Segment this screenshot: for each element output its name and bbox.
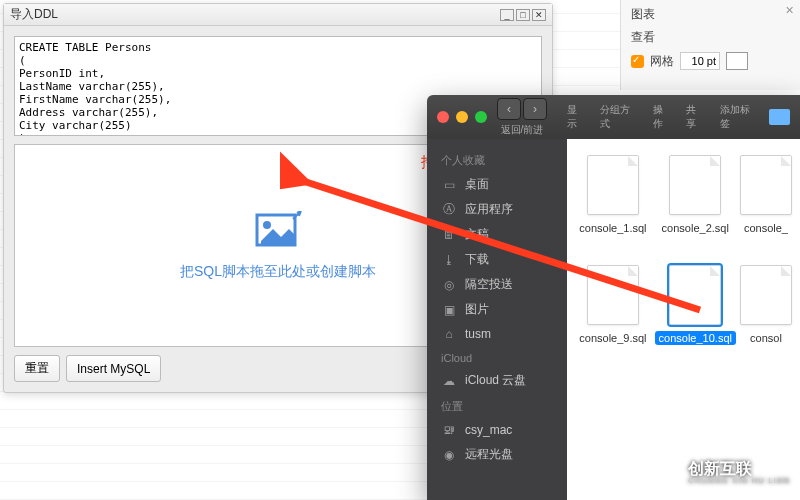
file-item[interactable]: console_2.sql xyxy=(655,155,736,255)
file-icon xyxy=(587,155,639,215)
file-item[interactable]: console_9.sql xyxy=(575,265,650,365)
sidebar-item-desktop[interactable]: ▭桌面 xyxy=(427,172,567,197)
toolbar-view[interactable]: 显示 xyxy=(567,103,586,131)
sidebar-item-label: 应用程序 xyxy=(465,201,513,218)
file-icon xyxy=(740,265,792,325)
dialog-titlebar: 导入DDL _ □ ✕ xyxy=(4,4,552,26)
sidebar-item-label: 远程光盘 xyxy=(465,446,513,463)
dialog-title: 导入DDL xyxy=(10,6,500,23)
close-icon[interactable]: ✕ xyxy=(532,9,546,21)
airdrop-icon: ◎ xyxy=(441,277,457,293)
file-icon xyxy=(740,155,792,215)
grid-size-input[interactable] xyxy=(680,52,720,70)
grid-color-swatch[interactable] xyxy=(726,52,748,70)
watermark-cn: 创新互联 xyxy=(688,460,790,478)
sidebar-item-label: csy_mac xyxy=(465,423,512,437)
maximize-icon[interactable]: □ xyxy=(516,9,530,21)
finder-toolbar: ‹ › 返回/前进 显示 分组方式 操作 共享 添加标签 xyxy=(427,95,800,139)
file-label: console_9.sql xyxy=(575,331,650,345)
sidebar-item-downloads[interactable]: ⭳下载 xyxy=(427,247,567,272)
close-icon[interactable]: ✕ xyxy=(785,4,794,17)
grid-label: 网格 xyxy=(650,53,674,70)
sidebar-item-airdrop[interactable]: ◎隔空投送 xyxy=(427,272,567,297)
home-icon: ⌂ xyxy=(441,326,457,342)
finder-sidebar: 个人收藏 ▭桌面 Ⓐ应用程序 🗎文稿 ⭳下载 ◎隔空投送 ▣图片 ⌂tusm i… xyxy=(427,139,567,500)
insert-mysql-button[interactable]: Insert MySQL xyxy=(66,355,161,382)
documents-icon: 🗎 xyxy=(441,227,457,243)
sidebar-item-documents[interactable]: 🗎文稿 xyxy=(427,222,567,247)
disc-icon: ◉ xyxy=(441,447,457,463)
sidebar-item-label: 图片 xyxy=(465,301,489,318)
file-item-selected[interactable]: console_10.sql xyxy=(655,265,736,365)
minimize-icon[interactable]: _ xyxy=(500,9,514,21)
inspector-panel: ✕ 图表 查看 网格 xyxy=(620,0,800,90)
sidebar-item-pictures[interactable]: ▣图片 xyxy=(427,297,567,322)
file-item[interactable]: consol xyxy=(740,265,792,365)
close-traffic-icon[interactable] xyxy=(437,111,449,123)
sidebar-header-favorites: 个人收藏 xyxy=(427,147,567,172)
sidebar-header-icloud: iCloud xyxy=(427,346,567,368)
file-icon xyxy=(669,265,721,325)
sidebar-item-applications[interactable]: Ⓐ应用程序 xyxy=(427,197,567,222)
file-label: console_10.sql xyxy=(655,331,736,345)
sidebar-header-locations: 位置 xyxy=(427,393,567,418)
file-icon xyxy=(587,265,639,325)
file-label: console_2.sql xyxy=(658,221,733,235)
sidebar-item-computer[interactable]: 🖳csy_mac xyxy=(427,418,567,442)
finder-window: ‹ › 返回/前进 显示 分组方式 操作 共享 添加标签 个人收藏 ▭桌面 Ⓐ应… xyxy=(427,95,800,500)
sidebar-item-label: 文稿 xyxy=(465,226,489,243)
cloud-icon: ☁ xyxy=(441,373,457,389)
sidebar-item-label: 下载 xyxy=(465,251,489,268)
zoom-traffic-icon[interactable] xyxy=(475,111,487,123)
applications-icon: Ⓐ xyxy=(441,202,457,218)
sidebar-item-remote-disc[interactable]: ◉远程光盘 xyxy=(427,442,567,467)
sidebar-item-label: tusm xyxy=(465,327,491,341)
watermark: 创新互联 CHUANG XIN HU LIAN xyxy=(646,456,790,490)
sidebar-item-label: 桌面 xyxy=(465,176,489,193)
sidebar-item-home[interactable]: ⌂tusm xyxy=(427,322,567,346)
folder-icon xyxy=(769,109,791,125)
sidebar-item-icloud-drive[interactable]: ☁iCloud 云盘 xyxy=(427,368,567,393)
grid-checkbox[interactable] xyxy=(631,55,644,68)
drop-zone-text: 把SQL脚本拖至此处或创建脚本 xyxy=(180,263,376,281)
file-label: console_1.sql xyxy=(575,221,650,235)
nav-label: 返回/前进 xyxy=(501,123,544,137)
image-placeholder-icon xyxy=(253,211,303,253)
reset-button[interactable]: 重置 xyxy=(14,355,60,382)
inspector-section-view: 查看 xyxy=(631,29,790,46)
watermark-en: CHUANG XIN HU LIAN xyxy=(688,477,790,486)
svg-point-1 xyxy=(263,221,271,229)
file-grid: console_1.sql console_2.sql console_ con… xyxy=(567,139,800,500)
pictures-icon: ▣ xyxy=(441,302,457,318)
desktop-icon: ▭ xyxy=(441,177,457,193)
file-item[interactable]: console_1.sql xyxy=(575,155,650,255)
toolbar-group[interactable]: 分组方式 xyxy=(600,103,639,131)
forward-button[interactable]: › xyxy=(523,98,547,120)
traffic-lights xyxy=(437,111,487,123)
file-label: consol xyxy=(746,331,786,345)
back-button[interactable]: ‹ xyxy=(497,98,521,120)
file-icon xyxy=(669,155,721,215)
inspector-section-chart: 图表 xyxy=(631,6,790,23)
toolbar-share[interactable]: 共享 xyxy=(686,103,705,131)
sidebar-item-label: iCloud 云盘 xyxy=(465,372,526,389)
toolbar-tags[interactable]: 添加标签 xyxy=(720,103,759,131)
file-item[interactable]: console_ xyxy=(740,155,792,255)
minimize-traffic-icon[interactable] xyxy=(456,111,468,123)
toolbar-action[interactable]: 操作 xyxy=(653,103,672,131)
computer-icon: 🖳 xyxy=(441,422,457,438)
file-label: console_ xyxy=(740,221,792,235)
sidebar-item-label: 隔空投送 xyxy=(465,276,513,293)
downloads-icon: ⭳ xyxy=(441,252,457,268)
watermark-logo-icon xyxy=(646,456,680,490)
